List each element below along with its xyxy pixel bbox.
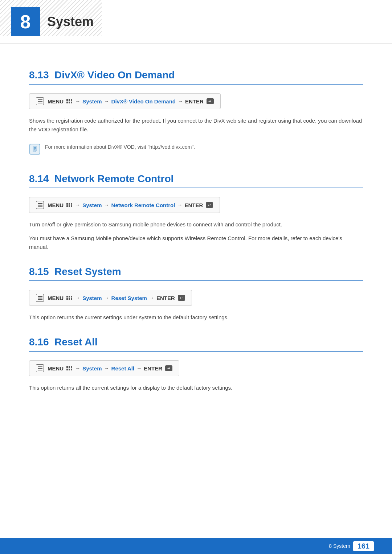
menu-svg-icon-2 <box>38 203 42 207</box>
section-8-16: 8.16 Reset All MENU → System → <box>29 336 363 392</box>
note-box-8-13: For more information about DivX® VOD, vi… <box>29 140 363 159</box>
section-heading-8-15: 8.15 Reset System <box>29 266 363 281</box>
body-text-8-16-0: This option returns all the current sett… <box>29 383 363 392</box>
step1-8-16: System <box>82 365 102 372</box>
body-text-8-14-0: Turn on/off or give permission to Samsun… <box>29 220 363 229</box>
enter-icon-8-13: ↵ <box>207 98 214 104</box>
step1-8-14: System <box>82 202 102 208</box>
arrow-1-8-14: → <box>75 202 80 208</box>
arrow-2-8-15: → <box>104 295 109 301</box>
arrow-3-8-13: → <box>178 98 183 104</box>
svg-rect-16 <box>38 370 42 370</box>
svg-rect-10 <box>38 206 42 207</box>
enter-label-8-15: ENTER <box>156 295 175 301</box>
svg-rect-1 <box>38 101 42 102</box>
chapter-title: System <box>47 14 94 29</box>
grid-icon-8-14 <box>66 203 72 207</box>
menu-path-8-16: MENU → System → Reset All → ENTER ↵ <box>29 360 179 376</box>
enter-label-8-13: ENTER <box>185 98 204 104</box>
svg-rect-8 <box>38 203 42 204</box>
svg-rect-14 <box>38 366 42 367</box>
page-header: 8 System <box>0 0 392 44</box>
step2-8-15: Reset System <box>111 295 147 301</box>
menu-path-8-14: MENU → System → Network Remote Control →… <box>29 197 220 213</box>
menu-label-8-15: MENU <box>48 295 64 301</box>
footer-page-number: 161 <box>353 541 374 551</box>
arrow-1-8-16: → <box>75 365 80 371</box>
body-text-8-14-1: You must have a Samsung Mobile phone/dev… <box>29 234 363 251</box>
note-text-8-13: For more information about DivX® VOD, vi… <box>45 143 195 151</box>
chapter-number: 8 <box>11 7 40 36</box>
menu-path-8-15: MENU → System → Reset System → ENTER ↵ <box>29 290 192 306</box>
menu-label-8-16: MENU <box>48 365 64 372</box>
section-heading-8-13: 8.13 DivX® Video On Demand <box>29 69 363 85</box>
body-text-8-13-0: Shows the registration code authorized f… <box>29 116 363 134</box>
step2-8-14: Network Remote Control <box>111 202 175 208</box>
enter-label-8-16: ENTER <box>144 365 162 372</box>
menu-icon-8-15 <box>36 294 44 302</box>
menu-path-8-13: MENU → System → DivX® Video On Demand → … <box>29 93 221 109</box>
menu-svg-icon-4 <box>38 366 42 370</box>
grid-icon-8-15 <box>66 296 72 300</box>
section-8-15: 8.15 Reset System MENU → System <box>29 266 363 322</box>
section-8-13: 8.13 DivX® Video On Demand MENU → Sys <box>29 69 363 159</box>
page-footer: 8 System 161 <box>0 538 392 554</box>
menu-icon-8-16 <box>36 364 44 372</box>
section-heading-8-16: 8.16 Reset All <box>29 336 363 352</box>
menu-icon-8-14 <box>36 201 44 209</box>
arrow-1-8-15: → <box>75 295 80 301</box>
enter-icon-8-16: ↵ <box>165 365 172 371</box>
enter-label-8-14: ENTER <box>184 202 203 208</box>
menu-label-8-14: MENU <box>48 202 64 208</box>
step1-8-13: System <box>82 98 102 104</box>
arrow-2-8-13: → <box>104 98 109 104</box>
svg-rect-13 <box>38 299 42 300</box>
body-text-8-15-0: This option returns the current settings… <box>29 313 363 322</box>
arrow-3-8-16: → <box>136 365 142 371</box>
note-svg-icon <box>29 143 41 155</box>
menu-icon-8-13 <box>36 97 44 105</box>
svg-rect-15 <box>38 368 42 369</box>
note-icon-8-13 <box>29 143 41 155</box>
main-content: 8.13 DivX® Video On Demand MENU → Sys <box>0 48 392 426</box>
menu-svg-icon <box>38 99 42 103</box>
svg-rect-11 <box>38 296 42 297</box>
footer-chapter-label: 8 System <box>329 543 350 549</box>
svg-rect-12 <box>38 297 42 298</box>
menu-label-8-13: MENU <box>48 98 64 104</box>
enter-icon-8-15: ↵ <box>178 295 185 301</box>
enter-icon-8-14: ↵ <box>206 202 213 208</box>
arrow-3-8-15: → <box>149 295 154 301</box>
grid-icon-8-13 <box>66 99 72 103</box>
arrow-3-8-14: → <box>177 202 182 208</box>
grid-icon-8-16 <box>66 366 72 370</box>
step1-8-15: System <box>82 295 102 301</box>
arrow-1-8-13: → <box>75 98 80 104</box>
section-heading-8-14: 8.14 Network Remote Control <box>29 173 363 188</box>
section-8-14: 8.14 Network Remote Control MENU → Sy <box>29 173 363 251</box>
svg-rect-2 <box>38 103 42 103</box>
svg-rect-9 <box>38 205 42 205</box>
menu-svg-icon-3 <box>38 296 42 300</box>
arrow-2-8-16: → <box>104 365 109 371</box>
svg-rect-0 <box>38 99 42 100</box>
arrow-2-8-14: → <box>104 202 109 208</box>
step2-8-13: DivX® Video On Demand <box>111 98 176 104</box>
step2-8-16: Reset All <box>111 365 135 372</box>
